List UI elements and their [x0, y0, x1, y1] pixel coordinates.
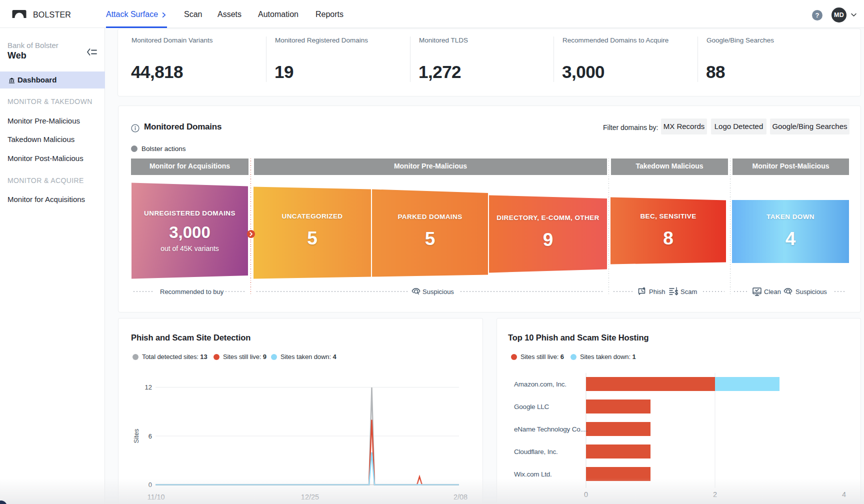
svg-text:4: 4 — [842, 490, 846, 498]
svg-text:6: 6 — [148, 432, 152, 440]
svg-text:12: 12 — [145, 384, 152, 391]
svg-text:2: 2 — [713, 490, 717, 498]
svg-text:12/25: 12/25 — [301, 493, 319, 501]
svg-text:eName Technology Co....: eName Technology Co.... — [514, 426, 588, 433]
svg-text:0: 0 — [148, 481, 152, 488]
svg-text:Wix.com Ltd.: Wix.com Ltd. — [514, 470, 552, 478]
svg-text:11/10: 11/10 — [147, 493, 164, 501]
svg-text:Amazon.com, Inc.: Amazon.com, Inc. — [514, 380, 566, 388]
svg-text:Cloudflare, Inc.: Cloudflare, Inc. — [514, 448, 558, 456]
svg-text:Sites: Sites — [132, 428, 140, 443]
svg-text:Google LLC: Google LLC — [514, 403, 549, 410]
svg-text:2/08: 2/08 — [454, 493, 468, 501]
svg-text:0: 0 — [584, 490, 588, 498]
